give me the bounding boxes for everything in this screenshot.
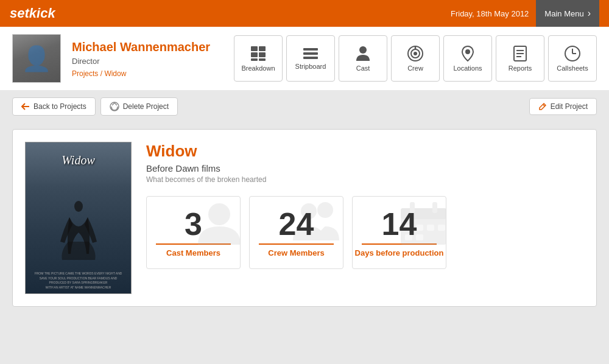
main-content: Widow FROM THE PICTURE CAME THE WORDS EV… xyxy=(0,122,609,314)
svg-rect-34 xyxy=(432,202,437,213)
breadcrumb-current: Widow xyxy=(104,69,126,78)
stat-crew: 24 Crew Members xyxy=(249,196,343,269)
edit-label: Edit Project xyxy=(551,102,588,111)
delete-label: Delete Project xyxy=(123,102,169,111)
project-company: Before Dawn films xyxy=(146,163,584,173)
app-logo: setkick xyxy=(10,5,55,21)
chevron-right-icon: › xyxy=(588,8,591,19)
nav-callsheets[interactable]: Callsheets xyxy=(548,35,597,82)
nav-callsheets-label: Callsheets xyxy=(557,65,588,72)
svg-rect-37 xyxy=(427,225,434,231)
header-right: Friday, 18th May 2012 Main Menu › xyxy=(451,0,599,27)
nav-crew-label: Crew xyxy=(407,65,423,72)
nav-cast-label: Cast xyxy=(356,65,370,72)
target-icon xyxy=(407,45,424,62)
crew-stat-number: 24 xyxy=(279,208,314,240)
breadcrumb-separator: / xyxy=(98,69,104,78)
svg-rect-0 xyxy=(251,46,258,51)
nav-icons: Breakdown Stripboard Cast xyxy=(234,35,597,82)
nav-crew[interactable]: Crew xyxy=(391,35,440,82)
svg-rect-38 xyxy=(438,225,445,231)
nav-stripboard-label: Stripboard xyxy=(295,63,326,70)
nav-breakdown[interactable]: Breakdown xyxy=(234,35,283,82)
svg-point-27 xyxy=(74,201,83,212)
pencil-icon xyxy=(538,102,547,111)
svg-point-28 xyxy=(208,203,230,225)
breadcrumb-projects-link[interactable]: Projects xyxy=(72,69,98,78)
svg-point-30 xyxy=(317,202,333,218)
days-stat-label: Days before production xyxy=(355,248,444,257)
main-menu-label: Main Menu xyxy=(544,9,583,18)
svg-point-14 xyxy=(415,47,417,49)
back-label: Back to Projects xyxy=(33,102,86,111)
profile-name: Michael Wannenmacher xyxy=(72,40,210,54)
header-date: Friday, 18th May 2012 xyxy=(451,9,529,18)
svg-rect-6 xyxy=(303,48,318,51)
svg-rect-2 xyxy=(251,52,258,57)
poster-title: Widow xyxy=(62,153,94,167)
svg-point-9 xyxy=(359,46,367,54)
profile-bar: Michael Wannenmacher Director Projects /… xyxy=(0,27,609,91)
svg-point-12 xyxy=(414,52,417,55)
nav-locations-label: Locations xyxy=(453,65,482,72)
nav-locations[interactable]: Locations xyxy=(443,35,492,82)
report-icon xyxy=(513,45,527,62)
project-title: Widow xyxy=(146,142,584,161)
nav-reports-label: Reports xyxy=(509,65,532,72)
svg-rect-1 xyxy=(259,46,266,51)
svg-rect-36 xyxy=(416,225,423,231)
cast-stat-number: 3 xyxy=(185,208,202,240)
svg-rect-7 xyxy=(303,52,318,55)
stat-days: 14 Days before production xyxy=(352,196,446,269)
nav-stripboard[interactable]: Stripboard xyxy=(286,35,335,82)
svg-rect-4 xyxy=(251,58,258,61)
svg-rect-40 xyxy=(416,234,423,240)
stats-row: 3 Cast Members 24 Crew Members xyxy=(146,196,584,269)
grid-icon xyxy=(250,45,267,62)
svg-point-15 xyxy=(465,49,470,54)
svg-rect-5 xyxy=(259,58,266,61)
main-menu-button[interactable]: Main Menu › xyxy=(536,0,599,27)
edit-project-button[interactable]: Edit Project xyxy=(529,98,597,115)
person-icon xyxy=(355,45,371,62)
breadcrumb: Projects / Widow xyxy=(72,69,210,78)
toolbar-left: Back to Projects Delete Project xyxy=(12,97,178,116)
project-poster: Widow FROM THE PICTURE CAME THE WORDS EV… xyxy=(25,142,132,294)
crew-stat-label: Crew Members xyxy=(268,248,324,257)
toolbar: Back to Projects Delete Project Edit Pro… xyxy=(0,91,609,122)
lines-icon xyxy=(302,47,319,60)
project-card: Widow FROM THE PICTURE CAME THE WORDS EV… xyxy=(12,129,597,307)
back-to-projects-button[interactable]: Back to Projects xyxy=(12,97,96,116)
cast-stat-label: Cast Members xyxy=(166,248,220,257)
delete-project-button[interactable]: Delete Project xyxy=(100,97,178,116)
svg-rect-3 xyxy=(259,52,266,57)
profile-info: Michael Wannenmacher Director Projects /… xyxy=(72,40,210,78)
nav-cast[interactable]: Cast xyxy=(339,35,387,82)
nav-breakdown-label: Breakdown xyxy=(241,65,275,72)
arrow-left-icon xyxy=(21,103,30,110)
poster-figure-icon xyxy=(57,199,100,260)
clock-icon xyxy=(564,45,581,62)
delete-icon xyxy=(110,102,119,111)
profile-role: Director xyxy=(72,57,210,66)
project-tagline: What becomes of the broken hearted xyxy=(146,175,584,184)
project-info: Widow Before Dawn films What becomes of … xyxy=(146,142,584,294)
poster-credits: FROM THE PICTURE CAME THE WORDS EVERY NI… xyxy=(28,271,128,290)
days-stat-number: 14 xyxy=(382,208,417,240)
header: setkick Friday, 18th May 2012 Main Menu … xyxy=(0,0,609,27)
pin-icon xyxy=(461,45,474,62)
stat-cast: 3 Cast Members xyxy=(146,196,241,269)
svg-rect-8 xyxy=(303,57,318,59)
avatar xyxy=(12,34,61,83)
nav-reports[interactable]: Reports xyxy=(496,35,544,82)
